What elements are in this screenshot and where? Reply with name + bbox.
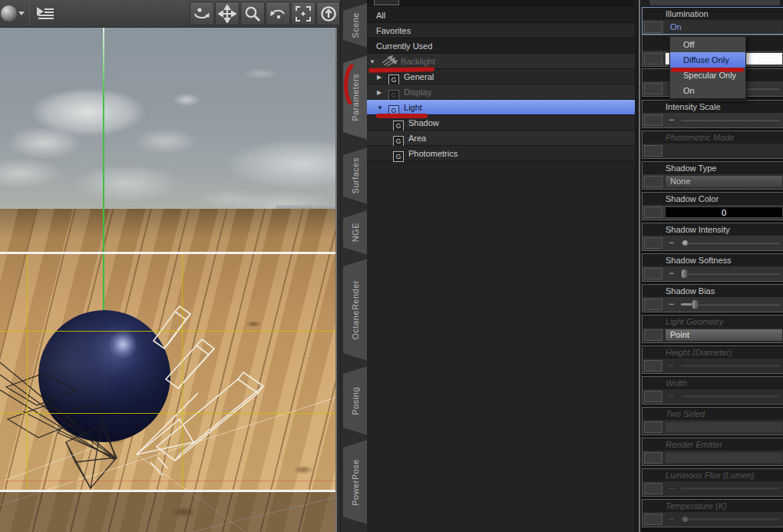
slider-minus-icon[interactable]: [669, 236, 678, 250]
toggle-area: [665, 421, 783, 433]
slider-minus-icon[interactable]: [669, 113, 678, 127]
draw-style-sphere-icon[interactable]: [1, 5, 17, 21]
viewport-right-edge: [335, 28, 337, 532]
rotate-button[interactable]: [266, 2, 290, 25]
tree-node-display[interactable]: GDisplay: [367, 84, 635, 100]
draw-style-dropdown-caret-icon[interactable]: [18, 12, 25, 15]
property-group-temperature: Temperature (K): [642, 499, 783, 527]
tab-scene[interactable]: Scene: [343, 3, 368, 48]
dropdown-option-on[interactable]: On: [670, 83, 745, 98]
param-options-box: [644, 360, 662, 372]
tab-posing[interactable]: Posing: [343, 366, 368, 435]
slider-minus-icon: [669, 389, 678, 404]
property-group-photometric-mode: Photometric Mode: [642, 131, 783, 159]
expand-collapse-icon[interactable]: [377, 85, 386, 101]
panel-divider[interactable]: [635, 0, 640, 532]
viewport-toolbar: [0, 0, 340, 28]
tab-powerpose[interactable]: PowerPose: [343, 440, 368, 524]
tab-octanerender[interactable]: OctaneRender: [343, 259, 368, 361]
slider-minus-icon[interactable]: [669, 297, 678, 312]
param-options-box[interactable]: [644, 53, 662, 64]
property-label: Shadow Color: [666, 194, 719, 203]
frame-button[interactable]: [291, 2, 316, 25]
slider-handle[interactable]: [692, 299, 699, 309]
param-options-box[interactable]: [644, 237, 662, 249]
property-group-shadow-type: Shadow Type None: [642, 161, 783, 190]
shadow-softness-slider[interactable]: [662, 266, 783, 281]
aim-button[interactable]: [316, 2, 340, 25]
group-icon: G: [393, 136, 404, 147]
param-options-box[interactable]: [644, 299, 662, 310]
toolbar-separator: [29, 2, 30, 26]
shadow-bias-slider[interactable]: [662, 297, 783, 312]
intensity-scale-slider[interactable]: [662, 113, 783, 127]
property-label: Shadow Softness: [666, 256, 732, 265]
height-slider: [662, 359, 783, 373]
dropdown-option-off[interactable]: Off: [670, 37, 745, 52]
viewport-3d-scene[interactable]: [0, 28, 335, 532]
illumination-dropdown[interactable]: On: [665, 21, 783, 34]
orbit-button[interactable]: [190, 2, 214, 25]
viewport-menu-icon[interactable]: [35, 5, 55, 25]
group-icon: G: [388, 74, 399, 85]
property-label: Render Emitter: [666, 440, 722, 449]
slider-handle[interactable]: [682, 240, 688, 246]
property-group-shadow-intensity: Shadow Intensity: [642, 223, 783, 251]
zoom-button[interactable]: [240, 2, 265, 25]
luminous-flux-slider: [662, 481, 783, 496]
param-options-box: [644, 421, 662, 433]
temperature-slider: [662, 512, 783, 527]
filter-currently-used[interactable]: Currently Used: [367, 38, 635, 54]
thirds-grid-line: [0, 413, 335, 414]
param-options-box: [644, 483, 662, 494]
tree-filter-box-partial[interactable]: [374, 0, 399, 5]
property-editor-panel: Illumination On Intensity Scale: [642, 0, 783, 532]
slider-minus-icon[interactable]: [669, 266, 678, 281]
dropdown-option-diffuse-only[interactable]: Diffuse Only: [670, 52, 745, 68]
slider-handle[interactable]: [681, 269, 688, 279]
tree-node-area[interactable]: GArea: [367, 131, 635, 146]
aspect-guide-line: [0, 481, 335, 481]
pan-button[interactable]: [215, 2, 240, 25]
tab-nge[interactable]: NGE: [343, 210, 368, 255]
thirds-grid-line: [27, 254, 28, 490]
outside-frame-dim-overlay: [0, 492, 335, 532]
thirds-grid-line: [0, 331, 335, 332]
param-options-box[interactable]: [644, 268, 662, 279]
annotation-arc-parameters: [342, 64, 355, 104]
property-label: Light Geometry: [666, 317, 723, 326]
shadow-intensity-slider[interactable]: [662, 236, 783, 250]
param-options-box[interactable]: [644, 176, 662, 187]
property-label: Width: [666, 378, 687, 388]
param-options-box[interactable]: [644, 83, 662, 94]
param-options-box[interactable]: [644, 21, 662, 33]
annotation-underline-diffuse-only: [671, 68, 744, 72]
camera-view-frame: [0, 252, 335, 492]
tree-node-photometrics[interactable]: GPhotometrics: [367, 146, 635, 161]
property-group-intensity-scale: Intensity Scale: [642, 100, 783, 128]
width-slider: [662, 389, 783, 404]
param-options-box[interactable]: [644, 114, 662, 126]
light-geometry-dropdown[interactable]: Point: [665, 329, 783, 342]
shadow-type-dropdown[interactable]: None: [665, 175, 783, 188]
property-group-illumination: Illumination On: [642, 7, 783, 35]
toggle-area: [665, 452, 783, 464]
shadow-color-swatch[interactable]: 0: [665, 207, 783, 218]
property-group-height-diameter: Height (Diameter): [642, 345, 783, 374]
tab-surfaces[interactable]: Surfaces: [343, 147, 368, 204]
property-group-width: Width: [642, 376, 783, 405]
property-group-two-sided: Two Sided: [642, 407, 783, 435]
property-label: Temperature (K): [666, 501, 727, 511]
slider-minus-icon: [669, 481, 678, 496]
filter-favorites[interactable]: Favorites: [367, 23, 635, 38]
viewport-panel: [0, 0, 340, 532]
slider-handle: [682, 517, 688, 522]
property-group-render-emitter: Render Emitter: [642, 438, 783, 466]
slider-minus-icon: [669, 512, 678, 527]
filter-all[interactable]: All: [367, 8, 635, 23]
property-label: Photometric Mode: [666, 133, 734, 142]
tree-node-light-selected[interactable]: GLight: [367, 100, 635, 115]
param-options-box[interactable]: [644, 207, 662, 218]
param-options-box[interactable]: [644, 329, 662, 341]
property-label: Luminous Flux (Lumen): [666, 471, 755, 480]
